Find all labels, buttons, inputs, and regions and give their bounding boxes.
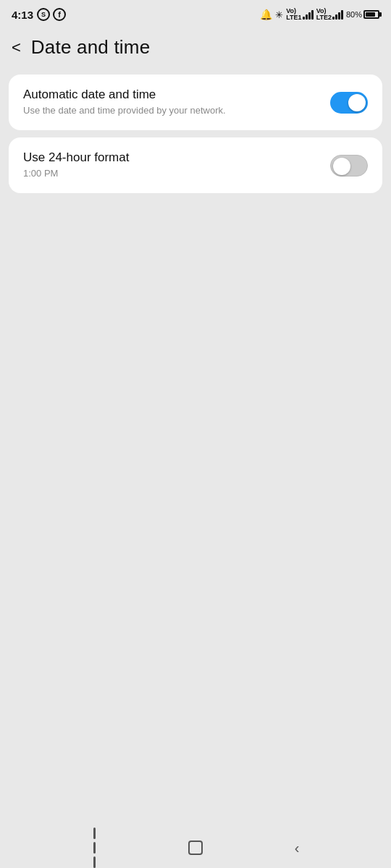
status-right: 🔔 ✳ Vo)LTE1 Vo)LTE2 80% <box>260 8 379 21</box>
status-bar: 4:13 S f 🔔 ✳ Vo)LTE1 Vo)LTE2 <box>0 0 391 26</box>
auto-date-time-title: Automatic date and time <box>23 88 319 102</box>
recent-apps-button[interactable] <box>76 833 112 862</box>
24-hour-item[interactable]: Use 24-hour format 1:00 PM <box>9 137 382 193</box>
auto-date-time-text: Automatic date and time Use the date and… <box>23 88 330 117</box>
facebook-icon: f <box>53 8 66 21</box>
auto-date-time-slider <box>330 92 368 114</box>
samsung-icon: S <box>37 8 50 21</box>
auto-date-time-subtitle: Use the date and time provided by your n… <box>23 104 319 117</box>
auto-date-time-section: Automatic date and time Use the date and… <box>9 75 382 130</box>
battery: 80% <box>346 10 379 19</box>
back-button[interactable]: < <box>9 37 24 59</box>
battery-percent: 80% <box>346 10 362 19</box>
auto-date-time-toggle[interactable] <box>330 92 368 114</box>
alarm-icon: 🔔 <box>260 9 272 20</box>
24-hour-title: Use 24-hour format <box>23 150 319 165</box>
lte2-signal: Vo)LTE2 <box>316 8 343 21</box>
navigation-bar: ‹ <box>0 827 391 868</box>
status-left-icons: S f <box>37 8 66 21</box>
24-hour-text: Use 24-hour format 1:00 PM <box>23 150 330 180</box>
status-time: 4:13 <box>12 9 33 21</box>
24-hour-slider <box>330 155 368 176</box>
24-hour-toggle[interactable] <box>330 155 368 176</box>
24-hour-subtitle: 1:00 PM <box>23 167 319 180</box>
status-left: 4:13 S f <box>12 8 66 21</box>
lte1-signal: Vo)LTE1 <box>286 8 313 21</box>
home-button[interactable] <box>177 833 214 862</box>
page-header: < Date and time <box>0 26 391 69</box>
battery-icon <box>363 10 379 19</box>
back-nav-button[interactable]: ‹ <box>279 833 315 862</box>
bluetooth-icon: ✳ <box>275 9 283 20</box>
24-hour-section: Use 24-hour format 1:00 PM <box>9 137 382 193</box>
auto-date-time-item[interactable]: Automatic date and time Use the date and… <box>9 75 382 130</box>
page-title: Date and time <box>31 36 150 59</box>
